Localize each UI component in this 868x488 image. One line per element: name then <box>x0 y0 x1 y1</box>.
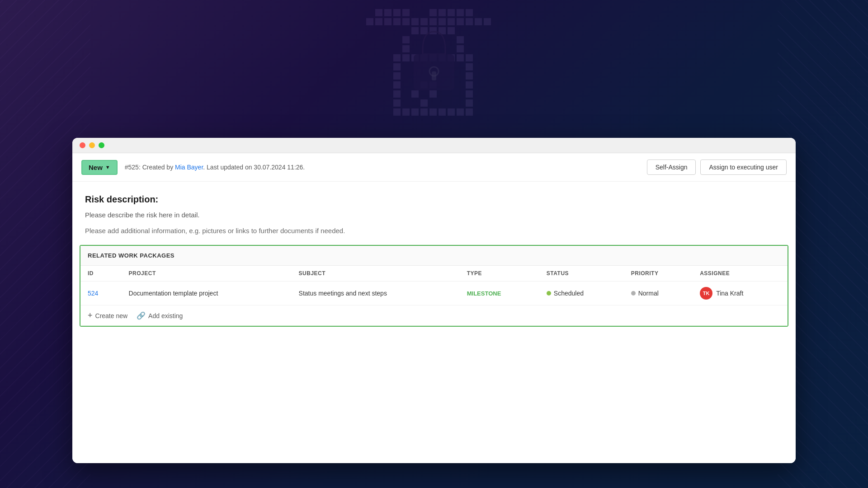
svg-rect-43 <box>393 72 401 80</box>
svg-rect-4 <box>429 9 437 16</box>
svg-rect-62 <box>448 108 455 116</box>
svg-rect-13 <box>402 18 410 25</box>
svg-rect-21 <box>475 18 482 25</box>
related-work-packages-section: RELATED WORK PACKAGES ID PROJECT SUBJECT… <box>80 245 788 327</box>
col-header-type: TYPE <box>460 266 539 282</box>
cell-status: Scheduled <box>539 282 624 305</box>
svg-rect-52 <box>466 90 473 98</box>
assignee-name: Tina Kraft <box>716 290 743 297</box>
svg-rect-49 <box>393 90 401 98</box>
ticket-info-prefix: #525: Created by <box>125 164 175 171</box>
content-area: New ▼ #525: Created by Mia Bayer. Last u… <box>72 153 796 463</box>
svg-rect-44 <box>466 72 473 80</box>
ticket-info-suffix: . Last updated on 30.07.2024 11:26. <box>203 164 305 171</box>
create-new-button[interactable]: + Create new <box>88 311 127 320</box>
chevron-down-icon: ▼ <box>105 164 110 170</box>
svg-rect-64 <box>466 108 473 116</box>
svg-rect-2 <box>393 9 401 16</box>
svg-rect-31 <box>457 45 464 52</box>
svg-rect-53 <box>393 99 401 107</box>
svg-rect-42 <box>466 63 473 70</box>
svg-rect-11 <box>384 18 392 25</box>
self-assign-button[interactable]: Self-Assign <box>647 160 696 175</box>
table-row: 524 Documentation template project Statu… <box>80 282 788 305</box>
traffic-light-fullscreen[interactable] <box>99 142 104 148</box>
svg-rect-0 <box>375 9 382 16</box>
svg-rect-39 <box>457 54 464 61</box>
svg-rect-59 <box>420 108 428 116</box>
svg-rect-3 <box>402 9 410 16</box>
action-buttons: Self-Assign Assign to executing user <box>647 160 787 175</box>
svg-rect-58 <box>411 108 419 116</box>
col-header-subject: SUBJECT <box>292 266 460 282</box>
svg-rect-24 <box>420 27 428 34</box>
traffic-light-minimize[interactable] <box>89 142 95 148</box>
creator-link[interactable]: Mia Bayer <box>175 164 203 171</box>
cell-type: MILESTONE <box>460 282 539 305</box>
svg-rect-48 <box>466 81 473 89</box>
svg-rect-32 <box>393 54 401 61</box>
svg-rect-14 <box>411 18 419 25</box>
description-text-1: Please describe the risk here in detail. <box>85 210 783 221</box>
svg-rect-12 <box>393 18 401 25</box>
svg-rect-45 <box>393 81 401 89</box>
svg-rect-16 <box>429 18 437 25</box>
table-action-row: + Create new 🔗 Add existing <box>80 305 788 326</box>
type-badge: MILESTONE <box>467 290 501 297</box>
ticket-info: #525: Created by Mia Bayer. Last updated… <box>125 164 640 171</box>
main-window: New ▼ #525: Created by Mia Bayer. Last u… <box>72 138 796 463</box>
svg-rect-33 <box>402 54 410 61</box>
cell-id: 524 <box>80 282 122 305</box>
svg-rect-6 <box>448 9 455 16</box>
wp-id-link[interactable]: 524 <box>88 290 98 297</box>
status-label: New <box>89 164 103 171</box>
status-text: Scheduled <box>554 290 584 297</box>
cell-subject: Status meetings and next steps <box>292 282 460 305</box>
svg-rect-41 <box>393 63 401 70</box>
table-header-row: ID PROJECT SUBJECT TYPE STATUS PRIORITY … <box>80 266 788 282</box>
svg-rect-40 <box>466 54 473 61</box>
plus-icon: + <box>88 311 93 320</box>
svg-rect-9 <box>366 18 373 25</box>
description-text-2: Please add additional information, e.g. … <box>85 226 783 236</box>
svg-rect-28 <box>402 36 410 43</box>
col-header-project: PROJECT <box>122 266 292 282</box>
svg-rect-54 <box>420 99 428 107</box>
description-title: Risk description: <box>85 194 783 205</box>
svg-rect-50 <box>411 90 419 98</box>
avatar: TK <box>700 287 712 300</box>
description-section: Risk description: Please describe the ri… <box>72 182 796 245</box>
col-header-id: ID <box>80 266 122 282</box>
add-existing-button[interactable]: 🔗 Add existing <box>137 311 183 320</box>
svg-rect-22 <box>484 18 491 25</box>
top-bar: New ▼ #525: Created by Mia Bayer. Last u… <box>72 153 796 182</box>
status-button[interactable]: New ▼ <box>81 160 118 175</box>
priority-text: Normal <box>638 290 659 297</box>
svg-rect-56 <box>393 108 401 116</box>
svg-rect-20 <box>466 18 473 25</box>
svg-rect-23 <box>411 27 419 34</box>
cell-assignee: TK Tina Kraft <box>693 282 788 305</box>
svg-rect-63 <box>457 108 464 116</box>
svg-rect-17 <box>439 18 446 25</box>
svg-rect-8 <box>466 9 473 16</box>
title-bar <box>72 138 796 153</box>
svg-rect-19 <box>457 18 464 25</box>
svg-rect-30 <box>402 45 410 52</box>
work-packages-table: ID PROJECT SUBJECT TYPE STATUS PRIORITY … <box>80 266 788 305</box>
col-header-assignee: ASSIGNEE <box>693 266 788 282</box>
related-section-title: RELATED WORK PACKAGES <box>80 246 788 266</box>
link-icon: 🔗 <box>137 311 146 320</box>
cell-priority: Normal <box>624 282 693 305</box>
add-existing-label: Add existing <box>148 312 183 319</box>
svg-rect-15 <box>420 18 428 25</box>
svg-rect-10 <box>375 18 382 25</box>
svg-rect-18 <box>448 18 455 25</box>
svg-rect-1 <box>384 9 392 16</box>
svg-rect-51 <box>429 90 437 98</box>
svg-rect-60 <box>429 108 437 116</box>
svg-rect-29 <box>457 36 464 43</box>
svg-rect-27 <box>448 27 455 34</box>
assign-executing-user-button[interactable]: Assign to executing user <box>700 160 787 175</box>
traffic-light-close[interactable] <box>80 142 85 148</box>
